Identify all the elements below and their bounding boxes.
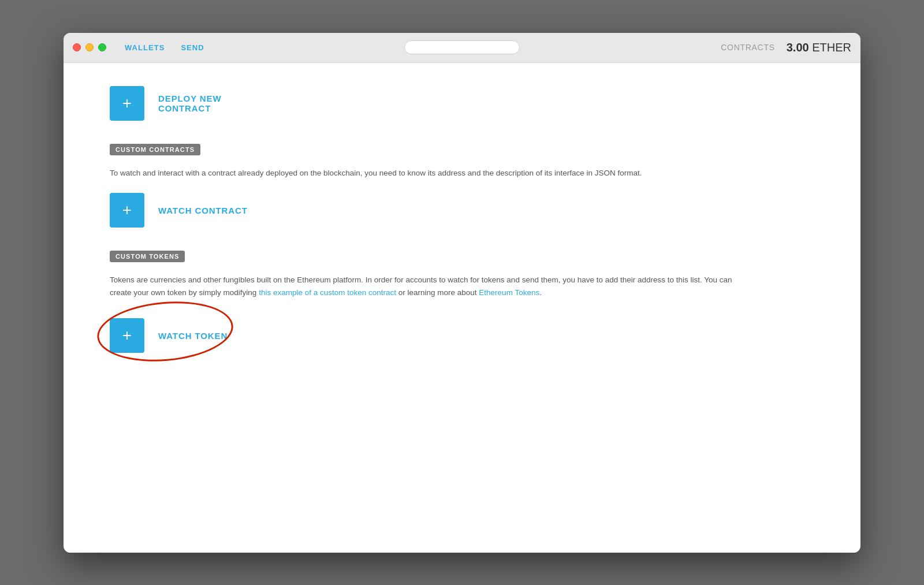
watch-token-label: WATCH TOKEN [158, 331, 228, 341]
custom-contracts-badge: CUSTOM CONTRACTS [110, 144, 200, 155]
watch-token-plus-icon: + [122, 327, 132, 344]
custom-tokens-section: CUSTOM TOKENS Tokens are currencies and … [110, 251, 814, 376]
custom-contracts-section: CUSTOM CONTRACTS To watch and interact w… [110, 144, 814, 228]
deploy-label: DEPLOY NEWCONTRACT [158, 94, 222, 113]
watch-token-annotated: + WATCH TOKEN [110, 312, 228, 376]
deploy-section: + DEPLOY NEWCONTRACT [110, 86, 814, 121]
nav-links: WALLETS SEND [125, 43, 204, 52]
custom-contracts-description: To watch and interact with a contract al… [110, 167, 745, 180]
titlebar: WALLETS SEND CONTRACTS 3.00 ETHER [64, 33, 860, 63]
watch-token-button[interactable]: + [110, 318, 144, 353]
send-nav[interactable]: SEND [181, 43, 204, 52]
watch-contract-plus-icon: + [122, 202, 132, 218]
search-input[interactable] [404, 40, 520, 54]
close-button[interactable] [73, 43, 81, 51]
ether-balance: 3.00 ETHER [787, 41, 851, 54]
minimize-button[interactable] [85, 43, 94, 51]
watch-contract-label: WATCH CONTRACT [158, 206, 248, 215]
maximize-button[interactable] [98, 43, 106, 51]
deploy-plus-icon: + [122, 95, 132, 111]
custom-tokens-badge: CUSTOM TOKENS [110, 251, 185, 262]
custom-tokens-description: Tokens are currencies and other fungible… [110, 274, 745, 299]
ethereum-tokens-link[interactable]: Ethereum Tokens [479, 288, 539, 297]
app-window: WALLETS SEND CONTRACTS 3.00 ETHER + DEPL… [64, 33, 860, 553]
contracts-tab[interactable]: CONTRACTS [721, 43, 774, 52]
deploy-button[interactable]: + [110, 86, 144, 121]
wallets-nav[interactable]: WALLETS [125, 43, 165, 52]
watch-contract-row: + WATCH CONTRACT [110, 193, 814, 228]
watch-token-row: + WATCH TOKEN [110, 318, 228, 353]
right-nav: CONTRACTS 3.00 ETHER [721, 41, 851, 54]
deploy-action-row: + DEPLOY NEWCONTRACT [110, 86, 814, 121]
watch-contract-button[interactable]: + [110, 193, 144, 228]
traffic-lights [73, 43, 106, 51]
custom-token-example-link[interactable]: this example of a custom token contract [259, 288, 396, 297]
main-content: + DEPLOY NEWCONTRACT CUSTOM CONTRACTS To… [64, 63, 860, 553]
